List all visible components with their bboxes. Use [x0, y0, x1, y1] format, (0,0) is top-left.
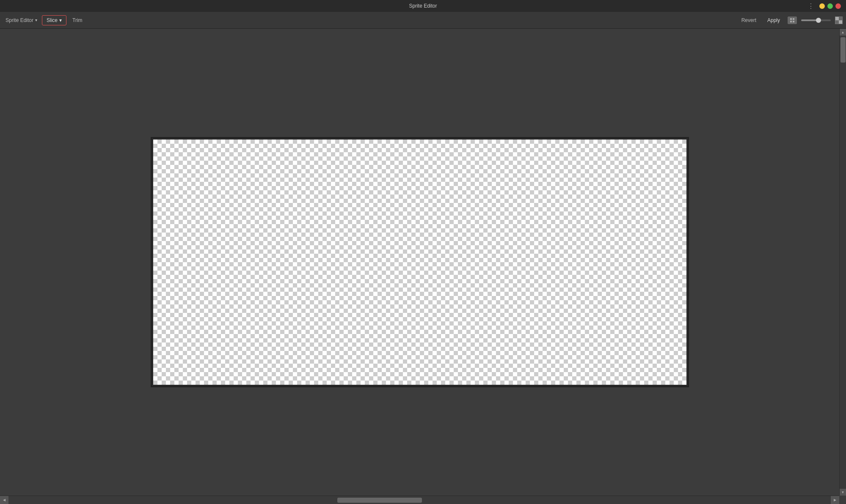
view-toggle [788, 16, 797, 24]
maximize-button[interactable] [827, 3, 833, 9]
sprite-editor-label: Sprite Editor [6, 17, 33, 23]
scroll-left-button[interactable]: ◀ [0, 496, 8, 504]
scroll-up-button[interactable]: ▲ [840, 29, 846, 36]
scroll-down-button[interactable]: ▼ [840, 489, 846, 496]
slice-label: Slice [47, 17, 58, 23]
slice-chevron: ▾ [59, 17, 62, 23]
minimize-button[interactable] [819, 3, 825, 9]
trim-label: Trim [72, 17, 83, 23]
close-button[interactable] [835, 3, 841, 9]
scroll-track-horizontal[interactable] [8, 496, 831, 504]
apply-label: Apply [767, 17, 780, 23]
svg-rect-6 [839, 17, 842, 20]
view-grid-button[interactable] [788, 16, 797, 24]
svg-rect-3 [793, 21, 794, 22]
window-controls: ⋮ [807, 2, 841, 10]
svg-rect-2 [790, 21, 792, 22]
revert-label: Revert [741, 17, 756, 23]
sprite-editor-menu[interactable]: Sprite Editor ▾ [3, 16, 39, 25]
revert-button[interactable]: Revert [738, 16, 760, 25]
sprite-canvas [153, 140, 686, 385]
svg-rect-0 [790, 18, 792, 20]
zoom-slider-area [801, 19, 831, 21]
title-bar: Sprite Editor ⋮ [0, 0, 846, 12]
grid-icon [790, 18, 795, 23]
alpha-icon[interactable] [835, 16, 843, 24]
sprite-editor-chevron: ▾ [35, 18, 37, 22]
slice-button[interactable]: Slice ▾ [42, 15, 66, 25]
svg-rect-1 [793, 18, 794, 20]
scroll-right-button[interactable]: ▶ [831, 496, 839, 504]
scroll-thumb-vertical[interactable] [840, 37, 846, 63]
svg-rect-4 [835, 17, 839, 20]
scrollbar-right: ▲ ▼ [839, 29, 846, 496]
window-title: Sprite Editor [409, 3, 437, 9]
checker-background [153, 140, 686, 385]
toolbar: Sprite Editor ▾ Slice ▾ Trim Revert Appl… [0, 12, 846, 29]
toolbar-right: Revert Apply [738, 16, 843, 25]
zoom-slider[interactable] [801, 19, 831, 21]
svg-rect-5 [839, 20, 842, 24]
svg-rect-7 [835, 20, 839, 24]
sprite-canvas-wrapper [151, 137, 689, 387]
scrollbar-bottom: ◀ ▶ [0, 496, 839, 504]
scroll-track-vertical[interactable] [840, 36, 846, 489]
window-dots-icon: ⋮ [807, 2, 815, 10]
trim-button[interactable]: Trim [69, 16, 86, 25]
apply-button[interactable]: Apply [764, 16, 783, 25]
canvas-area [0, 29, 839, 496]
scroll-thumb-horizontal[interactable] [337, 498, 422, 503]
